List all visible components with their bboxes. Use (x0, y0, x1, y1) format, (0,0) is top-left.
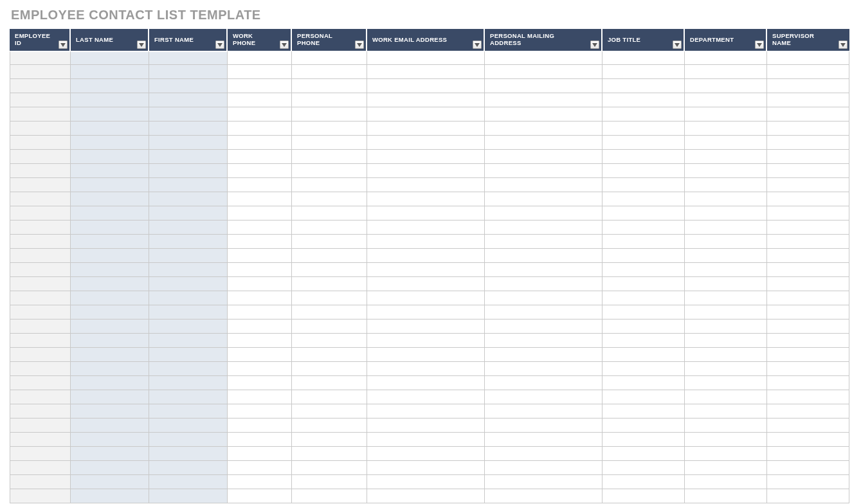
table-cell[interactable] (71, 404, 149, 419)
table-cell[interactable] (10, 107, 71, 122)
table-cell[interactable] (767, 122, 849, 136)
table-cell[interactable] (767, 178, 849, 192)
table-cell[interactable] (10, 249, 71, 263)
table-cell[interactable] (71, 433, 149, 447)
table-cell[interactable] (10, 65, 71, 79)
table-cell[interactable] (767, 249, 849, 263)
table-cell[interactable] (10, 206, 71, 221)
table-cell[interactable] (149, 277, 228, 291)
table-cell[interactable] (292, 79, 367, 93)
table-cell[interactable] (228, 419, 292, 433)
table-cell[interactable] (10, 348, 71, 362)
table-cell[interactable] (292, 277, 367, 291)
table-cell[interactable] (485, 334, 603, 348)
table-cell[interactable] (485, 390, 603, 404)
table-cell[interactable] (10, 362, 71, 376)
filter-dropdown-icon[interactable] (137, 40, 146, 49)
table-cell[interactable] (71, 51, 149, 65)
table-cell[interactable] (149, 263, 228, 277)
table-cell[interactable] (71, 235, 149, 249)
filter-dropdown-icon[interactable] (355, 40, 364, 49)
table-cell[interactable] (685, 51, 767, 65)
table-cell[interactable] (367, 447, 485, 461)
table-cell[interactable] (367, 122, 485, 136)
table-cell[interactable] (485, 291, 603, 305)
table-cell[interactable] (367, 249, 485, 263)
table-cell[interactable] (10, 79, 71, 93)
table-cell[interactable] (292, 235, 367, 249)
table-cell[interactable] (767, 93, 849, 107)
table-cell[interactable] (228, 291, 292, 305)
table-cell[interactable] (767, 51, 849, 65)
table-cell[interactable] (685, 390, 767, 404)
filter-dropdown-icon[interactable] (59, 40, 68, 49)
table-cell[interactable] (292, 93, 367, 107)
table-cell[interactable] (71, 122, 149, 136)
table-cell[interactable] (292, 150, 367, 164)
table-cell[interactable] (292, 433, 367, 447)
table-cell[interactable] (71, 320, 149, 334)
table-cell[interactable] (485, 150, 603, 164)
table-cell[interactable] (71, 489, 149, 503)
table-cell[interactable] (71, 221, 149, 235)
table-cell[interactable] (228, 334, 292, 348)
table-cell[interactable] (292, 178, 367, 192)
table-cell[interactable] (367, 362, 485, 376)
table-cell[interactable] (228, 51, 292, 65)
table-cell[interactable] (149, 489, 228, 503)
table-cell[interactable] (367, 291, 485, 305)
table-cell[interactable] (685, 489, 767, 503)
table-cell[interactable] (685, 305, 767, 320)
table-cell[interactable] (10, 235, 71, 249)
table-cell[interactable] (485, 433, 603, 447)
table-cell[interactable] (603, 419, 685, 433)
table-cell[interactable] (603, 221, 685, 235)
table-cell[interactable] (292, 305, 367, 320)
table-cell[interactable] (367, 305, 485, 320)
table-cell[interactable] (292, 291, 367, 305)
table-cell[interactable] (71, 150, 149, 164)
table-cell[interactable] (292, 489, 367, 503)
table-cell[interactable] (149, 107, 228, 122)
table-cell[interactable] (767, 136, 849, 150)
table-cell[interactable] (485, 263, 603, 277)
table-cell[interactable] (149, 404, 228, 419)
table-cell[interactable] (767, 348, 849, 362)
table-cell[interactable] (485, 107, 603, 122)
table-cell[interactable] (10, 277, 71, 291)
table-cell[interactable] (71, 93, 149, 107)
table-cell[interactable] (685, 164, 767, 178)
table-cell[interactable] (367, 263, 485, 277)
table-cell[interactable] (485, 489, 603, 503)
table-cell[interactable] (603, 263, 685, 277)
table-cell[interactable] (71, 305, 149, 320)
table-cell[interactable] (767, 362, 849, 376)
filter-dropdown-icon[interactable] (215, 40, 224, 49)
table-cell[interactable] (685, 334, 767, 348)
table-cell[interactable] (71, 291, 149, 305)
table-cell[interactable] (149, 461, 228, 475)
table-cell[interactable] (767, 305, 849, 320)
table-cell[interactable] (71, 79, 149, 93)
table-cell[interactable] (10, 164, 71, 178)
table-cell[interactable] (603, 447, 685, 461)
table-cell[interactable] (367, 475, 485, 489)
table-cell[interactable] (603, 178, 685, 192)
table-cell[interactable] (685, 263, 767, 277)
table-cell[interactable] (292, 404, 367, 419)
table-cell[interactable] (685, 348, 767, 362)
table-cell[interactable] (149, 376, 228, 390)
table-cell[interactable] (149, 320, 228, 334)
table-cell[interactable] (10, 291, 71, 305)
table-cell[interactable] (292, 164, 367, 178)
table-cell[interactable] (603, 489, 685, 503)
table-cell[interactable] (485, 404, 603, 419)
table-cell[interactable] (603, 93, 685, 107)
table-cell[interactable] (149, 51, 228, 65)
filter-dropdown-icon[interactable] (755, 40, 764, 49)
table-cell[interactable] (10, 447, 71, 461)
table-cell[interactable] (603, 235, 685, 249)
table-cell[interactable] (149, 362, 228, 376)
table-cell[interactable] (603, 65, 685, 79)
table-cell[interactable] (367, 221, 485, 235)
